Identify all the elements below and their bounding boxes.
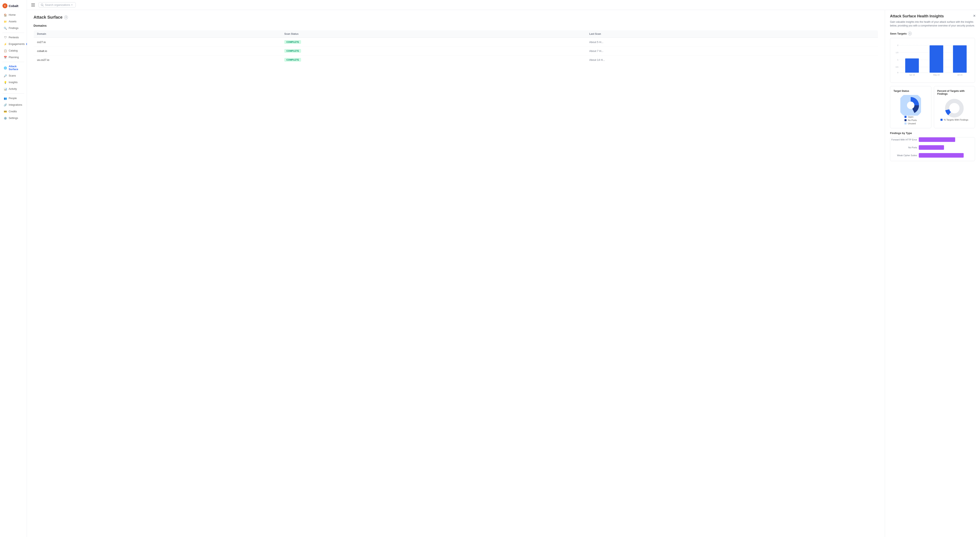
pie-legend: Open No Ports Unused (904, 116, 917, 125)
status-cell: COMPLETE (281, 38, 586, 46)
svg-rect-3 (31, 5, 35, 5)
svg-rect-17 (905, 58, 919, 73)
sidebar-item-integrations[interactable]: 🔗 Integrations (1, 102, 25, 108)
domains-section-title: Domains (33, 24, 878, 27)
assets-icon: 📁 (4, 20, 7, 23)
right-panel: ✕ Attack Surface Health Insights Gain va… (885, 10, 980, 537)
sidebar-item-planning[interactable]: 📅 Planning (1, 54, 25, 60)
svg-text:1: 1 (897, 59, 898, 61)
sidebar-item-catalog[interactable]: 📋 Catalog (1, 48, 25, 54)
sidebar-item-people[interactable]: 👥 People (1, 95, 25, 102)
search-placeholder: Search organizations (45, 3, 70, 6)
legend-unused: Unused (904, 122, 917, 125)
sidebar-item-scans[interactable]: 🔎 Scans (1, 73, 25, 79)
pentests-icon: 🛡 (4, 36, 7, 39)
table-row[interactable]: us.co27.io COMPLETE About 14 H... (34, 56, 878, 64)
finding-label-0: Forward With HTTP Error (890, 138, 917, 141)
finding-row-1: No Ports (890, 145, 975, 150)
status-cell: COMPLETE (281, 46, 586, 56)
finding-row-2: Weak Cipher Suites (890, 153, 975, 157)
panel-close-button[interactable]: ✕ (972, 13, 977, 18)
status-badge: COMPLETE (284, 49, 301, 53)
topbar-sidebar-toggle[interactable] (30, 2, 36, 8)
scans-icon: 🔎 (4, 74, 7, 77)
sidebar-item-engagements[interactable]: ⚡ Engagements NEW (1, 41, 25, 47)
svg-rect-2 (31, 3, 35, 4)
legend-targets-findings: % Targets With Findings (940, 119, 968, 121)
svg-rect-18 (929, 45, 943, 73)
svg-text:2: 2 (897, 44, 898, 46)
status-badge: COMPLETE (284, 40, 301, 44)
search-box[interactable]: Search organizations ▾ (38, 2, 76, 8)
finding-label-1: No Ports (890, 146, 917, 149)
findings-icon: 🔍 (4, 27, 7, 30)
legend-open-dot (904, 116, 907, 118)
svg-rect-19 (953, 45, 967, 73)
attack-surface-icon: 🌐 (4, 66, 7, 70)
donut-chart-svg (944, 98, 965, 119)
main-wrapper: Search organizations ▾ Attack Surface ℹ … (27, 0, 980, 537)
page-title: Attack Surface ℹ (33, 15, 878, 20)
status-cell: COMPLETE (281, 56, 586, 64)
planning-icon: 📅 (4, 56, 7, 59)
domain-cell: us.co27.io (34, 56, 281, 64)
sidebar-item-activity[interactable]: 📊 Activity (1, 86, 25, 92)
domain-cell: cobalt.io (34, 46, 281, 56)
people-icon: 👥 (4, 97, 7, 100)
credits-icon: 💳 (4, 110, 7, 113)
legend-no-ports: No Ports (904, 119, 917, 121)
sidebar-item-home[interactable]: 🏠 Home (1, 12, 25, 18)
sidebar: C Cobalt 🏠 Home 📁 Assets 🔍 Findings 🛡 Pe… (0, 0, 27, 537)
col-last-scan: Last Scan (586, 30, 878, 38)
legend-targets-findings-dot (940, 119, 943, 121)
sidebar-item-pentests[interactable]: 🛡 Pentests (1, 34, 25, 41)
last-scan-cell: About 7 H... (586, 46, 878, 56)
seen-targets-title: Seen Targets ℹ (890, 32, 975, 35)
insights-icon: 💡 (4, 81, 7, 84)
finding-bar-2 (919, 153, 975, 157)
sidebar-item-assets[interactable]: 📁 Assets (1, 18, 25, 25)
panel-subtitle: Gain valuable insights into the health o… (890, 20, 975, 27)
page-title-info-icon[interactable]: ℹ (64, 16, 68, 19)
findings-by-type-chart: Forward With HTTP Error No Ports Weak Ci… (890, 137, 975, 161)
sidebar-item-insights[interactable]: 💡 Insights (1, 79, 25, 86)
table-row[interactable]: cobalt.io COMPLETE About 7 H... (34, 46, 878, 56)
logo: C Cobalt (0, 2, 27, 11)
svg-rect-4 (31, 6, 35, 6)
seen-targets-info-icon[interactable]: ℹ (908, 32, 912, 35)
engagements-icon: ⚡ (4, 43, 7, 46)
svg-text:1.5: 1.5 (896, 51, 898, 54)
sidebar-item-credits[interactable]: 💳 Credits (1, 108, 25, 114)
svg-point-25 (907, 102, 915, 109)
finding-bar-fill-1 (919, 145, 944, 150)
sidebar-item-settings[interactable]: ⚙️ Settings (1, 115, 25, 121)
table-row[interactable]: co27.io COMPLETE About 5 H... (34, 38, 878, 46)
target-status-chart: Target Status (890, 86, 931, 128)
percent-findings-chart: Percent of Targets with Findings % Targe… (934, 86, 975, 128)
finding-bar-fill-0 (919, 137, 955, 142)
seen-targets-chart: 2 1.5 1 0.5 0 (890, 38, 975, 83)
col-domain: Domain (34, 30, 281, 38)
logo-icon: C (3, 3, 8, 8)
logo-text: Cobalt (9, 4, 18, 8)
sidebar-item-attack-surface[interactable]: 🌐 Attack Surface (1, 64, 25, 72)
sidebar-item-findings[interactable]: 🔍 Findings (1, 25, 25, 31)
findings-by-type-title: Findings by Type (890, 132, 975, 135)
bar-chart-svg: 2 1.5 1 0.5 0 (894, 41, 972, 79)
status-badge: COMPLETE (284, 58, 301, 62)
integrations-icon: 🔗 (4, 103, 7, 106)
target-status-title: Target Status (894, 90, 928, 92)
legend-open: Open (904, 116, 917, 118)
last-scan-cell: About 14 H... (586, 56, 878, 64)
domains-table: Domain Scan Status Last Scan co27.io COM… (33, 30, 878, 64)
settings-icon: ⚙️ (4, 116, 7, 120)
finding-bar-0 (919, 137, 975, 142)
search-chevron-icon: ▾ (72, 4, 72, 6)
search-icon (41, 3, 44, 6)
donut-wrapper: % Targets With Findings (937, 98, 972, 121)
catalog-icon: 📋 (4, 49, 7, 52)
svg-text:Jul 24: Jul 24 (957, 74, 963, 76)
pie-chart-svg (900, 95, 921, 116)
activity-icon: 📊 (4, 87, 7, 91)
legend-no-ports-dot (904, 119, 907, 121)
